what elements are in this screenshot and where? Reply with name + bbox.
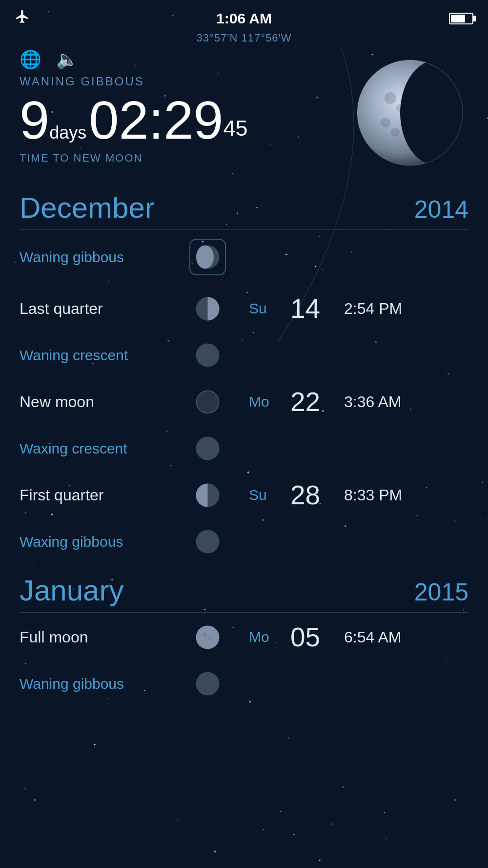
- month-year-december: 2014: [414, 195, 468, 224]
- globe-icon[interactable]: 🌐: [20, 49, 41, 70]
- phase-icon-waning-gibbous-jan: [185, 670, 229, 697]
- month-year-january: 2015: [414, 578, 468, 606]
- month-name-january: January: [20, 574, 123, 607]
- header-icons: 🌐 🔈: [20, 49, 351, 70]
- phase-time-full-moon-jan: 6:54 AM: [344, 628, 401, 646]
- moon-display: [351, 54, 468, 171]
- phase-day-num-first-quarter: 28: [290, 479, 329, 511]
- phase-name-full-moon-jan: Full moon: [20, 628, 185, 646]
- phase-day-num-full-moon-jan: 05: [290, 621, 329, 653]
- svg-point-2: [385, 92, 396, 104]
- phase-icon-new-moon: [185, 389, 229, 415]
- header-section: 🌐 🔈 WANING GIBBOUS 9 days 02:29 45 TIME …: [0, 49, 488, 171]
- phase-day-label-full-moon-jan: Mo: [249, 629, 276, 645]
- phase-details-full-moon-jan: Mo 05 6:54 AM: [249, 621, 401, 653]
- countdown-days-label: days: [49, 123, 86, 143]
- phase-name-waxing-crescent: Waxing crescent: [20, 440, 185, 457]
- phase-day-label-new-moon: Mo: [249, 393, 276, 410]
- month-section-january: January 2015 Full moon Mo 05 6:54 AM Wan…: [20, 574, 468, 706]
- countdown-seconds: 45: [224, 116, 248, 141]
- svg-point-23: [196, 672, 219, 696]
- phase-icon-waxing-crescent: [185, 435, 229, 462]
- svg-point-14: [196, 344, 219, 367]
- phase-time-first-quarter: 8:33 PM: [344, 486, 402, 504]
- battery-icon: [449, 13, 473, 24]
- phase-icon-first-quarter: [185, 482, 229, 509]
- countdown-time: 02:29: [89, 93, 223, 147]
- moon-svg: [351, 54, 468, 171]
- phase-day-label-last-quarter: Su: [249, 300, 276, 317]
- phase-row-last-quarter: Last quarter Su 14 2:54 PM: [20, 284, 468, 333]
- coordinates: 33°57'N 117°56'W: [0, 32, 488, 44]
- svg-point-22: [208, 637, 211, 640]
- phase-row-waning-crescent: Waning crescent: [20, 333, 468, 377]
- phase-row-first-quarter: First quarter Su 28 8:33 PM: [20, 471, 468, 519]
- phase-day-num-last-quarter: 14: [290, 293, 329, 324]
- phase-row-waning-gibbous-jan: Waning gibbous: [20, 661, 468, 706]
- month-header-january: January 2015: [20, 574, 468, 607]
- phase-row-full-moon-jan: Full moon Mo 05 6:54 AM: [20, 613, 468, 661]
- phase-row-waning-gibbous-dec: Waning gibbous: [20, 230, 468, 284]
- phase-details-new-moon: Mo 22 3:36 AM: [249, 386, 401, 417]
- phase-icon-full-moon-jan: [185, 624, 229, 651]
- svg-point-21: [203, 633, 207, 637]
- month-name-december: December: [20, 191, 155, 225]
- phase-day-label-first-quarter: Su: [249, 487, 276, 503]
- svg-point-19: [196, 530, 219, 554]
- phase-row-new-moon: New moon Mo 22 3:36 AM: [20, 377, 468, 426]
- airplane-icon: [15, 9, 30, 28]
- svg-point-5: [381, 118, 390, 127]
- phase-icon-waning-crescent: [185, 342, 229, 369]
- svg-point-15: [196, 390, 219, 413]
- phase-row-waxing-crescent: Waxing crescent: [20, 426, 468, 471]
- phase-icon-waxing-gibbous-dec: [185, 528, 229, 555]
- main-content: December 2014 Waning gibbous Last quarte…: [0, 171, 488, 706]
- svg-point-8: [391, 128, 400, 137]
- phase-time-last-quarter: 2:54 PM: [344, 300, 402, 318]
- countdown: 9 days 02:29 45: [20, 93, 351, 147]
- month-header-december: December 2014: [20, 191, 468, 225]
- sound-icon[interactable]: 🔈: [56, 49, 78, 70]
- current-phase-label: WANING GIBBOUS: [20, 75, 351, 88]
- svg-point-12: [196, 246, 214, 269]
- phase-details-first-quarter: Su 28 8:33 PM: [249, 479, 402, 511]
- phase-icon-waning-gibbous-dec: [185, 239, 229, 275]
- time-to-label: TIME TO NEW MOON: [20, 152, 351, 165]
- svg-point-20: [196, 625, 219, 649]
- phase-icon-last-quarter: [185, 295, 229, 322]
- status-bar: 1:06 AM: [0, 0, 488, 32]
- phase-name-last-quarter: Last quarter: [20, 300, 185, 318]
- phase-name-waning-crescent: Waning crescent: [20, 347, 185, 364]
- phase-row-waxing-gibbous-dec: Waxing gibbous: [20, 519, 468, 564]
- phase-name-first-quarter: First quarter: [20, 486, 185, 504]
- header-left: 🌐 🔈 WANING GIBBOUS 9 days 02:29 45 TIME …: [20, 49, 351, 165]
- phase-time-new-moon: 3:36 AM: [344, 393, 401, 411]
- phase-name-waning-gibbous-jan: Waning gibbous: [20, 676, 185, 692]
- phase-name-new-moon: New moon: [20, 393, 185, 411]
- phase-details-last-quarter: Su 14 2:54 PM: [249, 293, 402, 324]
- status-time: 1:06 AM: [216, 10, 272, 27]
- phase-day-num-new-moon: 22: [290, 386, 329, 417]
- month-section-december: December 2014 Waning gibbous Last quarte…: [20, 191, 468, 564]
- countdown-days: 9: [20, 93, 49, 147]
- phase-name-waning-gibbous-dec: Waning gibbous: [20, 249, 185, 266]
- phase-name-waxing-gibbous-dec: Waxing gibbous: [20, 534, 185, 550]
- svg-point-17: [196, 437, 219, 460]
